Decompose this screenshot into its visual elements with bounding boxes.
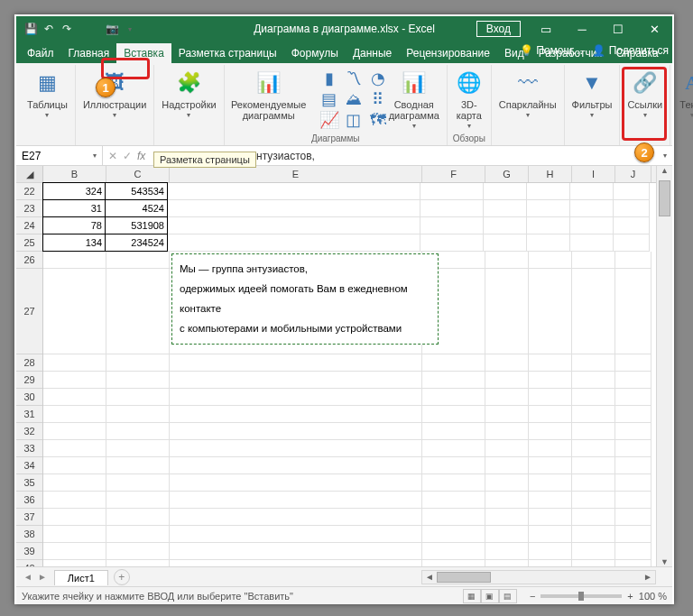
callout-1: 1 <box>101 58 150 79</box>
titlebar: 💾 ↶ ↷ 📷 ▾ Диаграмма в диаграмме.xlsx - E… <box>16 16 672 41</box>
vertical-scrollbar[interactable]: ▲ ▼ <box>656 166 672 566</box>
filters-button[interactable]: ▼ Фильтры▾ <box>568 67 616 122</box>
grp-charts: 📊 Рекомендуемые диаграммы ▮ 〽 ◔ ▤ ⛰ ⠿ 📈 … <box>225 65 448 145</box>
redo-icon[interactable]: ↷ <box>60 22 74 36</box>
expand-formula-icon[interactable]: ▾ <box>663 152 672 160</box>
textbox-line: с компьютерами и мобильными устройствами <box>180 319 430 339</box>
grp-addins: 🧩 Надстройки▾ <box>154 65 224 145</box>
cancel-formula-icon[interactable]: ✕ <box>108 150 117 162</box>
tables-button[interactable]: ▦ Таблицы▾ <box>23 67 71 122</box>
sparklines-button[interactable]: 〰 Спарклайны▾ <box>495 67 560 122</box>
grp-spark: 〰 Спарклайны▾ <box>492 65 565 145</box>
ribbon-display-icon[interactable]: ▭ <box>528 16 564 41</box>
undo-icon[interactable]: ↶ <box>42 22 56 36</box>
window-title: Диаграмма в диаграмме.xlsx - Excel <box>254 23 435 35</box>
grp-text: A Текст▾ <box>670 65 693 145</box>
sparkline-icon: 〰 <box>513 69 542 97</box>
maximize-icon[interactable]: ☐ <box>600 16 636 41</box>
select-all[interactable]: ◢ <box>16 166 42 183</box>
view-page-icon[interactable]: ▣ <box>481 589 499 603</box>
close-icon[interactable]: ✕ <box>636 16 672 41</box>
name-box[interactable]: E27▾ <box>16 146 103 165</box>
charts-group-label: Диаграммы <box>311 133 360 145</box>
row-headers: ◢ 22232425262728293031323334353637383940… <box>16 166 43 566</box>
save-icon[interactable]: 💾 <box>23 22 38 36</box>
login-button[interactable]: Вход <box>476 21 521 37</box>
rec-charts-button[interactable]: 📊 Рекомендуемые диаграммы <box>228 67 310 123</box>
grid-body[interactable]: 32454353431452478531908134234524 <box>43 183 656 566</box>
sheet-tab-bar: ◄► Лист1 + ◄ ► <box>16 566 672 586</box>
callout-2: 2 <box>622 67 667 141</box>
formula-bar: E27▾ ✕ ✓ fx … — группа энтузиастов, ▾ <box>16 146 672 166</box>
col-H[interactable]: H <box>529 166 572 182</box>
enter-formula-icon[interactable]: ✓ <box>123 150 132 162</box>
zoom-slider[interactable] <box>541 594 622 598</box>
share-button[interactable]: 👤 Поделиться <box>592 44 669 57</box>
textbox-line: одержимых идеей помогать Вам в ежедневно… <box>180 280 430 299</box>
tab-file[interactable]: Файл <box>20 43 61 63</box>
col-headers: B C E F G H I J <box>43 166 656 183</box>
addins-button[interactable]: 🧩 Надстройки▾ <box>158 67 219 122</box>
quick-access: 💾 ↶ ↷ 📷 ▾ <box>16 22 144 36</box>
add-sheet-button[interactable]: + <box>114 569 130 585</box>
view-normal-icon[interactable]: ▦ <box>463 589 481 603</box>
window-controls: Вход ▭ ─ ☐ ✕ <box>476 16 672 41</box>
share-area: 💡 Помощ… 👤 Поделиться <box>520 44 669 57</box>
badge-1: 1 <box>96 78 116 97</box>
col-J[interactable]: J <box>615 166 651 182</box>
status-bar: Укажите ячейку и нажмите ВВОД или выбери… <box>16 586 672 604</box>
qa-customize-icon[interactable]: ▾ <box>123 22 137 36</box>
store-icon: 🧩 <box>174 69 203 97</box>
col-G[interactable]: G <box>485 166 529 182</box>
tab-data[interactable]: Данные <box>346 43 399 63</box>
badge-2: 2 <box>634 143 654 162</box>
h-thumb[interactable] <box>437 572 491 583</box>
pivotchart-icon: 📊 <box>400 69 429 97</box>
minimize-icon[interactable]: ─ <box>564 16 600 41</box>
text-button[interactable]: A Текст▾ <box>674 67 693 122</box>
globe-icon: 🌐 <box>455 69 484 97</box>
textbox-object[interactable]: Мы — группа энтузиастов, одержимых идеей… <box>171 253 439 345</box>
horizontal-scrollbar[interactable]: ◄ ► <box>421 570 656 584</box>
grp-filters: ▼ Фильтры▾ <box>565 65 621 145</box>
camera-icon[interactable]: 📷 <box>105 22 119 36</box>
view-break-icon[interactable]: ▤ <box>499 589 517 603</box>
tours-group-label: Обзоры <box>453 133 485 145</box>
tell-me[interactable]: 💡 Помощ… <box>520 44 583 57</box>
tab-review[interactable]: Рецензирование <box>399 43 497 63</box>
sheet-nav[interactable]: ◄► <box>16 572 54 582</box>
textbox-icon: A <box>678 69 693 97</box>
col-I[interactable]: I <box>572 166 615 182</box>
3dmap-button[interactable]: 🌐 3D- карта▾ <box>451 67 487 133</box>
grp-tables: ▦ Таблицы▾ <box>20 65 76 145</box>
fx-icon[interactable]: fx <box>137 150 145 162</box>
col-F[interactable]: F <box>422 166 485 182</box>
col-C[interactable]: C <box>106 166 170 182</box>
excel-window: 💾 ↶ ↷ 📷 ▾ Диаграмма в диаграмме.xlsx - E… <box>14 14 674 604</box>
grp-tours: 🌐 3D- карта▾ Обзоры <box>448 65 492 145</box>
tab-formulas[interactable]: Формулы <box>284 43 346 63</box>
filter-icon: ▼ <box>578 69 606 97</box>
textbox-line: Мы — группа энтузиастов, <box>180 260 430 280</box>
zoom-in-icon[interactable]: + <box>627 591 633 602</box>
col-B[interactable]: B <box>43 166 106 182</box>
table-icon: ▦ <box>32 69 61 97</box>
chart-rec-icon: 📊 <box>254 69 283 97</box>
sheet-tab[interactable]: Лист1 <box>54 570 108 585</box>
worksheet[interactable]: ◢ 22232425262728293031323334353637383940… <box>16 166 672 566</box>
v-thumb[interactable] <box>659 180 670 216</box>
pivotchart-button[interactable]: 📊 Сводная диаграмма▾ <box>385 67 443 133</box>
status-text: Укажите ячейку и нажмите ВВОД или выбери… <box>22 591 293 602</box>
tooltip: Разметка страницы <box>153 152 256 168</box>
zoom-level[interactable]: 100 % <box>639 591 667 602</box>
textbox-line: контакте <box>180 299 430 319</box>
tab-pagelayout[interactable]: Разметка страницы <box>171 43 284 63</box>
col-E[interactable]: E <box>170 166 422 182</box>
zoom-out-icon[interactable]: − <box>530 591 535 602</box>
